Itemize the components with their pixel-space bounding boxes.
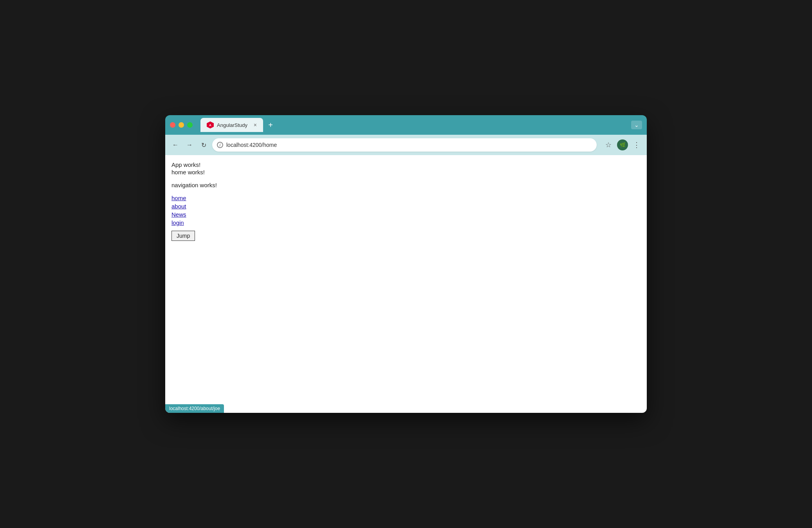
forward-button[interactable]: → [184, 139, 195, 150]
address-input-wrapper[interactable]: i localhost:4200/home [212, 138, 597, 152]
traffic-lights [170, 122, 193, 128]
close-window-button[interactable] [170, 122, 175, 128]
address-url[interactable]: localhost:4200/home [226, 142, 592, 148]
title-bar-right: ⌄ [631, 121, 642, 129]
nav-link-about[interactable]: about [171, 203, 186, 210]
browser-window: A AngularStudy × + ⌄ ← → ↻ i localhost:4… [165, 115, 647, 413]
close-tab-button[interactable]: × [254, 122, 257, 128]
address-bar-right: ☆ 🌿 ⋮ [603, 139, 642, 150]
nav-link-home[interactable]: home [171, 195, 186, 201]
nav-works-text: navigation works! [171, 182, 641, 188]
navigation-links: home about News login [171, 195, 641, 226]
tab-bar: A AngularStudy × + [200, 118, 628, 132]
nav-link-news[interactable]: News [171, 211, 186, 218]
browser-menu-button[interactable]: ⋮ [631, 139, 642, 150]
page-content: App works! home works! navigation works!… [165, 155, 647, 413]
security-info-icon: i [217, 142, 223, 148]
home-works-text: home works! [171, 169, 641, 175]
extension-icon-inner: 🌿 [617, 139, 628, 150]
jump-button[interactable]: Jump [171, 231, 195, 241]
angular-icon: A [207, 121, 214, 128]
status-bar: localhost:4200/about/joe [165, 404, 224, 413]
back-button[interactable]: ← [170, 139, 181, 150]
maximize-window-button[interactable] [187, 122, 193, 128]
title-bar: A AngularStudy × + ⌄ [165, 115, 647, 135]
refresh-button[interactable]: ↻ [198, 139, 209, 150]
nav-link-login[interactable]: login [171, 219, 184, 226]
extension-icon[interactable]: 🌿 [617, 139, 628, 150]
bookmark-star-icon[interactable]: ☆ [603, 139, 614, 150]
chevron-down-button[interactable]: ⌄ [631, 121, 642, 129]
tab-title: AngularStudy [217, 122, 251, 128]
active-tab[interactable]: A AngularStudy × [200, 118, 263, 132]
minimize-window-button[interactable] [179, 122, 184, 128]
address-bar: ← → ↻ i localhost:4200/home ☆ 🌿 ⋮ [165, 135, 647, 155]
new-tab-button[interactable]: + [265, 119, 276, 131]
app-works-text: App works! [171, 161, 641, 168]
